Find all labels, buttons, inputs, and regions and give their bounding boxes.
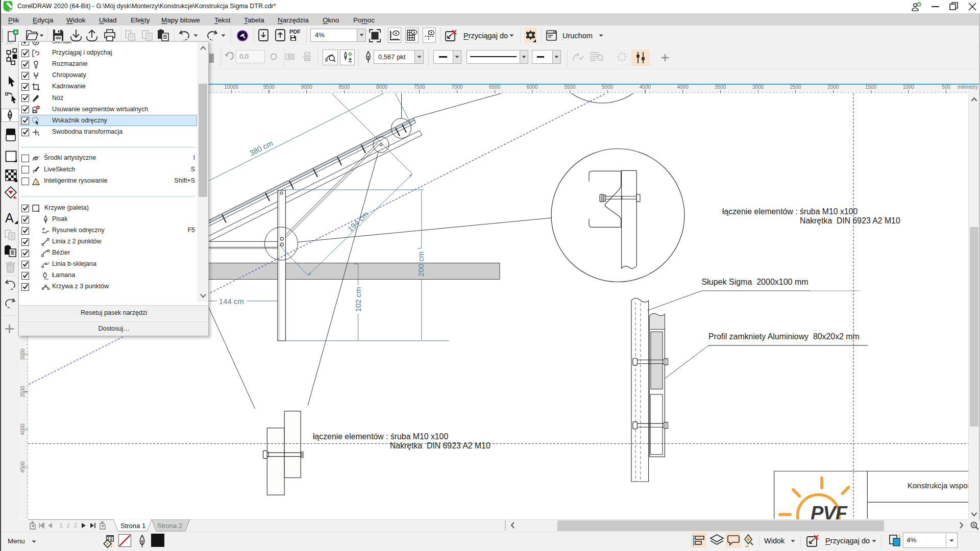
svg-text:łączenie elementów : śruba M10: łączenie elementów : śruba M10 x100 xyxy=(722,207,857,216)
svg-text:Nakrętka DIN 6923 A2 M10: Nakrętka DIN 6923 A2 M10 xyxy=(800,216,900,225)
svg-text:102 cm: 102 cm xyxy=(354,287,362,312)
svg-text:Nakrętka DIN 6923 A2 M10: Nakrętka DIN 6923 A2 M10 xyxy=(390,441,491,450)
svg-text:Konstrukcja wsporcza: Konstrukcja wsporcza xyxy=(908,481,968,490)
svg-text:Profil zamkniety Aluminiowy 8: Profil zamkniety Aluminiowy 80x20x2 mm xyxy=(708,332,860,341)
svg-text:144 cm: 144 cm xyxy=(219,297,244,306)
svg-text:200 cm: 200 cm xyxy=(416,252,425,277)
svg-text:PVF: PVF xyxy=(811,503,848,519)
svg-text:194 cm: 194 cm xyxy=(346,210,370,233)
svg-text:łączenie elementów : śruba M10: łączenie elementów : śruba M10 x100 xyxy=(313,432,448,441)
svg-text:Słupek Sigma 2000x100 mm: Słupek Sigma 2000x100 mm xyxy=(702,278,808,286)
